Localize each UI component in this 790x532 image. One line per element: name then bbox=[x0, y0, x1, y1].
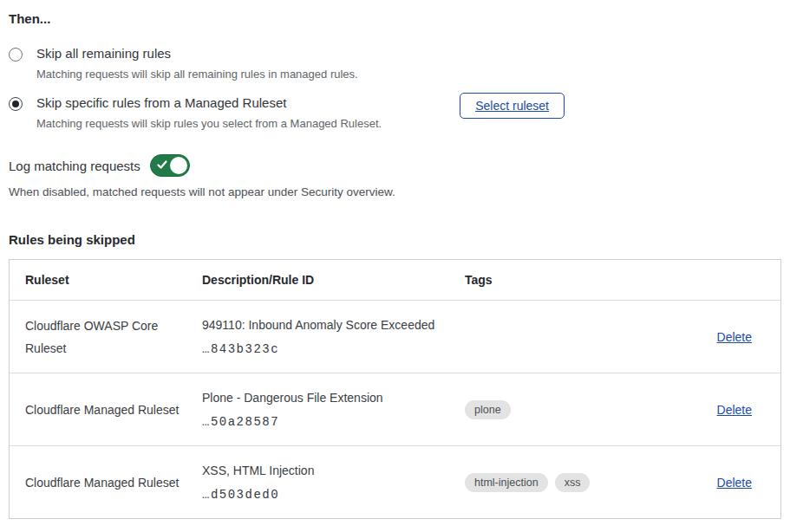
tags-cell: html-injectionxss bbox=[456, 473, 650, 492]
log-matching-requests-label: Log matching requests bbox=[9, 159, 140, 173]
table-header-row: Ruleset Description/Rule ID Tags bbox=[10, 260, 780, 300]
rule-id: …843b323c bbox=[202, 342, 444, 356]
log-toggle-description: When disabled, matched requests will not… bbox=[9, 185, 781, 200]
table-row: Cloudflare Managed RulesetXSS, HTML Inje… bbox=[10, 445, 780, 518]
select-ruleset-button[interactable]: Select ruleset bbox=[460, 93, 565, 119]
log-matching-requests-row: Log matching requests bbox=[9, 154, 781, 177]
rules-being-skipped-heading: Rules being skipped bbox=[9, 232, 781, 247]
tags-cell: plone bbox=[456, 400, 650, 419]
radio-skip-all-rules[interactable] bbox=[9, 48, 23, 62]
rule-description-cell: 949110: Inbound Anomaly Score Exceeded…8… bbox=[193, 317, 456, 356]
actions-cell: Delete bbox=[650, 330, 780, 344]
option-text: Skip specific rules from a Managed Rules… bbox=[36, 94, 382, 132]
actions-cell: Delete bbox=[650, 476, 780, 490]
table-row: Cloudflare Managed RulesetPlone - Danger… bbox=[10, 373, 780, 445]
checkmark-icon bbox=[157, 159, 167, 170]
option-text: Skip all remaining rules Matching reques… bbox=[36, 45, 358, 82]
tag-pill: xss bbox=[555, 473, 591, 492]
rule-description: XSS, HTML Injection bbox=[202, 463, 444, 479]
column-header-description-rule-id: Description/Rule ID bbox=[193, 273, 456, 287]
ruleset-name: Cloudflare OWASP Core Ruleset bbox=[10, 315, 193, 360]
ruleset-name: Cloudflare Managed Ruleset bbox=[10, 399, 193, 421]
tag-pill: plone bbox=[465, 400, 511, 419]
delete-rule-link[interactable]: Delete bbox=[717, 330, 752, 344]
action-radio-group: Skip all remaining rules Matching reques… bbox=[9, 45, 781, 132]
radio-skip-specific-rules[interactable] bbox=[9, 97, 23, 111]
option-label[interactable]: Skip specific rules from a Managed Rules… bbox=[36, 94, 382, 112]
then-heading: Then... bbox=[9, 11, 781, 27]
toggle-knob bbox=[170, 157, 187, 174]
option-skip-specific-rules: Skip specific rules from a Managed Rules… bbox=[9, 94, 781, 132]
waf-rule-config-panel: Then... Skip all remaining rules Matchin… bbox=[9, 0, 781, 519]
delete-rule-link[interactable]: Delete bbox=[717, 403, 752, 417]
option-skip-all-rules: Skip all remaining rules Matching reques… bbox=[9, 45, 781, 82]
rule-id: …d503ded0 bbox=[202, 488, 444, 502]
column-header-tags: Tags bbox=[456, 273, 650, 287]
column-header-ruleset: Ruleset bbox=[10, 269, 193, 291]
option-label[interactable]: Skip all remaining rules bbox=[36, 45, 358, 62]
actions-cell: Delete bbox=[650, 403, 780, 417]
rule-id: …50a28587 bbox=[202, 415, 444, 429]
table-body: Cloudflare OWASP Core Ruleset949110: Inb… bbox=[10, 300, 780, 518]
log-matching-requests-toggle[interactable] bbox=[150, 154, 190, 177]
skipped-rules-table: Ruleset Description/Rule ID Tags Cloudfl… bbox=[9, 259, 781, 519]
rule-description-cell: XSS, HTML Injection…d503ded0 bbox=[193, 463, 456, 502]
rule-description: 949110: Inbound Anomaly Score Exceeded bbox=[202, 317, 444, 334]
delete-rule-link[interactable]: Delete bbox=[717, 476, 752, 490]
tag-pill: html-injection bbox=[465, 473, 548, 492]
rule-description: Plone - Dangerous File Extension bbox=[202, 390, 444, 406]
option-description: Matching requests will skip all remainin… bbox=[36, 67, 358, 82]
rule-description-cell: Plone - Dangerous File Extension…50a2858… bbox=[193, 390, 456, 429]
ruleset-name: Cloudflare Managed Ruleset bbox=[10, 471, 193, 494]
table-row: Cloudflare OWASP Core Ruleset949110: Inb… bbox=[10, 300, 780, 373]
option-description: Matching requests will skip rules you se… bbox=[36, 116, 382, 132]
